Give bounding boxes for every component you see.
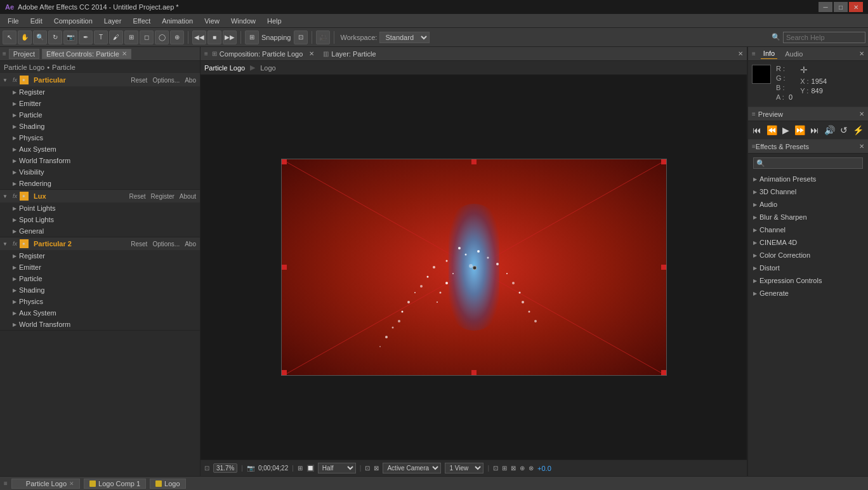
particular-2-header[interactable]: ▼ fx ✶ Particular 2 Reset Options... Abo <box>0 237 200 250</box>
ep-generate[interactable]: ▶ Generate <box>748 287 868 300</box>
particular-2-register[interactable]: ▶ Register <box>0 250 200 262</box>
preview-step-fwd[interactable]: ⏩ <box>794 125 805 135</box>
vc-snap-icon2[interactable]: ⊞ <box>298 465 303 472</box>
particular-2-world-transform[interactable]: ▶ World Transform <box>0 319 200 330</box>
lux-register[interactable]: Register <box>150 193 176 200</box>
right-panel-menu[interactable]: ≡ <box>752 50 756 57</box>
comp-nav-particle-logo[interactable]: Particle Logo <box>204 64 245 72</box>
tl-tab-logo-comp[interactable]: Logo Comp 1 <box>84 479 146 489</box>
ep-blur-sharpen[interactable]: ▶ Blur & Sharpen <box>748 211 868 223</box>
lux-header[interactable]: ▼ fx ✶ Lux Reset Register About <box>0 190 200 202</box>
title-bar-controls[interactable]: ─ □ ✕ <box>819 2 863 12</box>
tool-roto[interactable]: ◯ <box>155 30 169 44</box>
tool-pen[interactable]: ✒ <box>79 30 93 44</box>
particular-1-options[interactable]: Options... <box>151 77 181 84</box>
particular-2-about[interactable]: Abo <box>183 241 197 248</box>
lux-about[interactable]: About <box>178 193 197 200</box>
menu-window[interactable]: Window <box>226 16 261 26</box>
layer-panel-close[interactable]: ✕ <box>738 50 743 57</box>
particular-1-visibility[interactable]: ▶ Visibility <box>0 166 200 178</box>
minimize-button[interactable]: ─ <box>819 2 832 12</box>
particular-2-aux-system[interactable]: ▶ Aux System <box>0 307 200 319</box>
preview-menu[interactable]: ≡ <box>752 110 756 117</box>
maximize-button[interactable]: □ <box>834 2 848 12</box>
preview-close[interactable]: ✕ <box>859 110 864 117</box>
btn-stop[interactable]: ■ <box>207 30 221 44</box>
info-tab[interactable]: Info <box>761 48 777 59</box>
menu-file[interactable]: File <box>3 16 24 26</box>
btn-play[interactable]: ▶▶ <box>223 30 237 44</box>
ep-animation-presets[interactable]: ▶ Animation Presets <box>748 173 868 185</box>
particular-1-shading[interactable]: ▶ Shading <box>0 121 200 132</box>
tl-menu[interactable]: ≡ <box>4 480 8 487</box>
particular-2-options[interactable]: Options... <box>151 241 181 248</box>
info-panel-close[interactable]: ✕ <box>859 50 864 57</box>
menu-layer[interactable]: Layer <box>99 16 127 26</box>
close-button[interactable]: ✕ <box>849 2 863 12</box>
menu-view[interactable]: View <box>199 16 225 26</box>
particular-1-physics[interactable]: ▶ Physics <box>0 132 200 143</box>
particular-1-rendering[interactable]: ▶ Rendering <box>0 178 200 189</box>
comp-panel-menu[interactable]: ≡ <box>204 50 208 57</box>
preview-loop[interactable]: ↺ <box>840 125 848 135</box>
particular-2-particle[interactable]: ▶ Particle <box>0 273 200 284</box>
ep-color-correction[interactable]: ▶ Color Correction <box>748 249 868 262</box>
preview-skip-back[interactable]: ⏮ <box>753 125 761 135</box>
workspace-select[interactable]: Standard All Panels Minimal <box>379 32 430 43</box>
btn-expand[interactable]: ⊡ <box>294 30 308 44</box>
ep-channel[interactable]: ▶ Channel <box>748 223 868 236</box>
tl-tab-particle-logo[interactable]: Particle Logo ✕ <box>11 479 80 489</box>
tool-select[interactable]: ↖ <box>3 30 16 44</box>
viewport[interactable] <box>201 75 747 460</box>
ep-3d-channel[interactable]: ▶ 3D Channel <box>748 185 868 198</box>
particular-2-shading[interactable]: ▶ Shading <box>0 284 200 296</box>
tool-camera[interactable]: 📷 <box>63 30 77 44</box>
particular-1-register[interactable]: ▶ Register <box>0 86 200 98</box>
particular-1-header[interactable]: ▼ fx ✶ Particular Reset Options... Abo <box>0 74 200 86</box>
ep-expression-controls[interactable]: ▶ Expression Controls <box>748 274 868 287</box>
vc-camera-select[interactable]: Active Camera <box>383 463 441 473</box>
lux-reset[interactable]: Reset <box>128 193 147 200</box>
preview-audio[interactable]: 🔊 <box>824 125 835 135</box>
preview-ram[interactable]: ⚡ <box>853 125 864 135</box>
btn-play-back[interactable]: ◀◀ <box>192 30 206 44</box>
search-help-input[interactable] <box>783 32 865 43</box>
tool-text[interactable]: T <box>94 30 108 44</box>
ep-cinema4d[interactable]: ▶ CINEMA 4D <box>748 236 868 249</box>
tool-eraser[interactable]: ◻ <box>140 30 154 44</box>
ep-close[interactable]: ✕ <box>859 143 864 150</box>
ep-search-input[interactable] <box>753 157 863 169</box>
particular-1-reset[interactable]: Reset <box>129 77 148 84</box>
particular-1-particle[interactable]: ▶ Particle <box>0 109 200 121</box>
project-panel-tab[interactable]: Project <box>9 49 39 59</box>
particular-1-world-transform[interactable]: ▶ World Transform <box>0 155 200 166</box>
particular-1-aux-system[interactable]: ▶ Aux System <box>0 143 200 155</box>
btn-cam-icon[interactable]: 🎥 <box>316 30 330 44</box>
vc-zoom-btn[interactable]: 31.7% <box>213 463 237 473</box>
ep-distort[interactable]: ▶ Distort <box>748 262 868 274</box>
particular-2-reset[interactable]: Reset <box>129 241 148 248</box>
particular-1-about[interactable]: Abo <box>183 77 197 84</box>
comp-panel-close[interactable]: ✕ <box>309 50 314 57</box>
vc-view-select[interactable]: 1 View 2 Views <box>445 463 483 473</box>
btn-snap[interactable]: ⊞ <box>245 30 259 44</box>
menu-edit[interactable]: Edit <box>25 16 48 26</box>
lux-general[interactable]: ▶ General <box>0 225 200 237</box>
particular-1-emitter[interactable]: ▶ Emitter <box>0 98 200 109</box>
audio-tab[interactable]: Audio <box>782 49 805 59</box>
effect-controls-tab[interactable]: Effect Controls: Particle ✕ <box>42 49 131 59</box>
tl-tab-logo[interactable]: Logo <box>150 479 185 489</box>
lux-point-lights[interactable]: ▶ Point Lights <box>0 202 200 214</box>
tool-rotate[interactable]: ↻ <box>48 30 62 44</box>
effect-controls-close[interactable]: ✕ <box>122 50 127 57</box>
menu-effect[interactable]: Effect <box>128 16 155 26</box>
preview-skip-fwd[interactable]: ⏭ <box>810 125 819 135</box>
menu-composition[interactable]: Composition <box>49 16 98 26</box>
preview-step-back[interactable]: ⏪ <box>766 125 777 135</box>
vc-quality-select[interactable]: Half Full Quarter <box>318 463 356 473</box>
ep-audio[interactable]: ▶ Audio <box>748 198 868 211</box>
vc-snap-icon[interactable]: ⊡ <box>204 465 209 472</box>
lux-spot-lights[interactable]: ▶ Spot Lights <box>0 214 200 225</box>
tool-hand[interactable]: ✋ <box>18 30 32 44</box>
comp-nav-logo[interactable]: Logo <box>260 64 275 72</box>
